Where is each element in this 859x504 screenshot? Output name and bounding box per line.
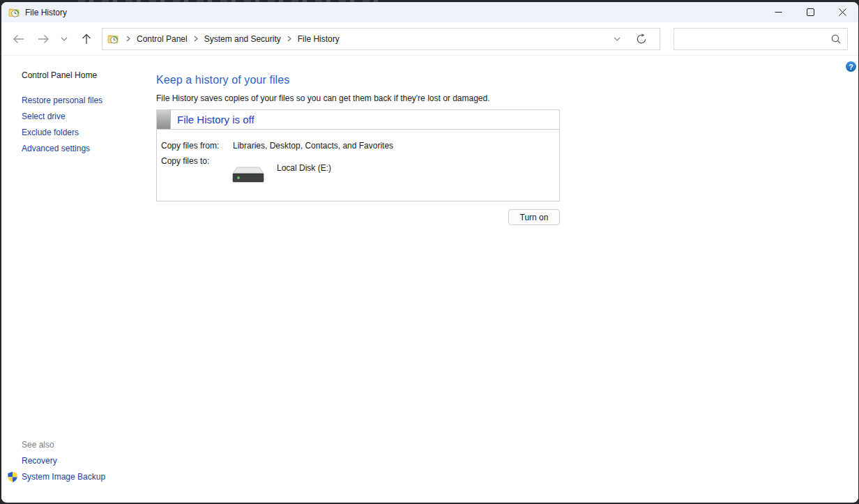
content-area: Control Panel Home Restore personal file… [1, 56, 858, 502]
file-history-app-icon [8, 7, 20, 18]
chevron-down-icon [61, 37, 68, 41]
maximize-icon [807, 8, 814, 16]
button-row: Turn on [156, 209, 560, 225]
breadcrumb-chevron-icon[interactable] [189, 36, 203, 42]
file-history-window: File History [1, 2, 858, 503]
breadcrumb-chevron-icon[interactable] [282, 36, 296, 42]
search-icon[interactable] [831, 34, 841, 44]
sidebar-item-system-image-backup[interactable]: System Image Backup [22, 472, 105, 482]
forward-arrow-icon [38, 34, 50, 44]
chevron-down-icon [614, 37, 621, 41]
sidebar-task-links: Restore personal files Select drive Excl… [22, 96, 102, 160]
search-box [674, 28, 848, 50]
status-panel-header: File History is off [157, 110, 559, 130]
turn-on-button[interactable]: Turn on [508, 209, 560, 225]
maximize-button[interactable] [794, 2, 826, 22]
copy-files-from-label: Copy files from: [161, 141, 219, 151]
up-arrow-icon [82, 33, 91, 45]
status-panel-grip [157, 110, 171, 129]
breadcrumb-file-history[interactable]: File History [296, 34, 341, 44]
sidebar-item-restore-personal-files[interactable]: Restore personal files [22, 96, 102, 112]
back-arrow-icon [13, 34, 24, 44]
main-panel: Keep a history of your files File Histor… [156, 56, 858, 502]
status-panel-title: File History is off [177, 114, 254, 125]
hard-drive-icon [232, 162, 264, 183]
close-icon [839, 8, 846, 16]
page-title: Keep a history of your files [156, 74, 858, 86]
back-button[interactable] [10, 29, 26, 49]
refresh-button[interactable] [632, 33, 655, 45]
refresh-icon [636, 33, 647, 45]
see-also-label: See also [1, 440, 54, 450]
uac-shield-icon [7, 471, 18, 482]
minimize-icon [775, 8, 782, 16]
forward-button[interactable] [35, 29, 52, 49]
navigation-bar: Control Panel System and Security File H… [1, 22, 858, 56]
sidebar-item-exclude-folders[interactable]: Exclude folders [22, 128, 102, 144]
up-button[interactable] [78, 29, 95, 49]
titlebar: File History [1, 2, 858, 22]
copy-files-to-value: Local Disk (E:) [277, 163, 331, 173]
minimize-button[interactable] [762, 2, 794, 22]
breadcrumb-location-icon [107, 33, 119, 45]
address-bar[interactable]: Control Panel System and Security File H… [102, 28, 660, 50]
copy-files-from-value: Libraries, Desktop, Contacts, and Favori… [233, 141, 393, 151]
window-controls [762, 2, 858, 22]
file-history-status-panel: File History is off Copy files from: Lib… [156, 109, 560, 201]
screen-edge-artifact [78, 0, 381, 2]
address-dropdown-button[interactable] [602, 37, 632, 41]
status-panel-body: Copy files from: Libraries, Desktop, Con… [157, 130, 559, 201]
sidebar-item-recovery[interactable]: Recovery [22, 456, 57, 466]
sidebar-item-advanced-settings[interactable]: Advanced settings [22, 144, 102, 160]
sidebar-item-control-panel-home[interactable]: Control Panel Home [22, 70, 97, 80]
sidebar: Control Panel Home Restore personal file… [1, 56, 156, 502]
breadcrumb-chevron-icon[interactable] [121, 36, 135, 42]
search-input[interactable] [674, 29, 831, 49]
sidebar-see-also-group: See also Recovery System Image Backup [1, 440, 156, 488]
breadcrumb-system-and-security[interactable]: System and Security [203, 34, 282, 44]
recent-locations-button[interactable] [56, 29, 73, 49]
window-title: File History [25, 8, 67, 17]
sidebar-item-select-drive[interactable]: Select drive [22, 112, 102, 128]
page-description: File History saves copies of your files … [156, 93, 858, 103]
breadcrumb-control-panel[interactable]: Control Panel [135, 34, 189, 44]
help-button[interactable]: ? [846, 61, 856, 72]
copy-files-to-label: Copy files to: [161, 156, 209, 166]
close-button[interactable] [826, 2, 858, 22]
